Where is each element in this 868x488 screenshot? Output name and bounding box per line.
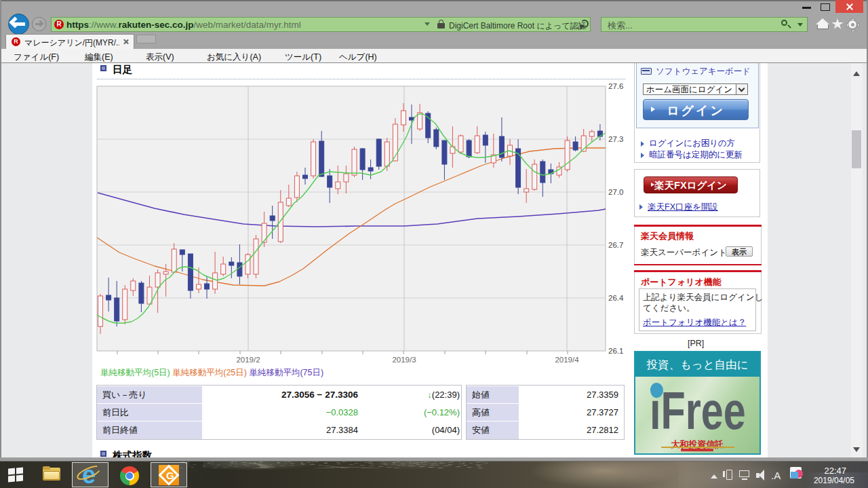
svg-text:26.1: 26.1 xyxy=(608,347,623,355)
svg-text:27.3: 27.3 xyxy=(608,135,623,143)
svg-text:2019/2: 2019/2 xyxy=(236,356,260,364)
svg-text:26.7: 26.7 xyxy=(608,241,623,249)
svg-text:2019/3: 2019/3 xyxy=(392,356,416,364)
svg-text:26.4: 26.4 xyxy=(608,294,624,302)
svg-text:2019/4: 2019/4 xyxy=(555,356,579,364)
svg-text:27.6: 27.6 xyxy=(608,82,623,90)
svg-text:27.0: 27.0 xyxy=(608,188,623,196)
